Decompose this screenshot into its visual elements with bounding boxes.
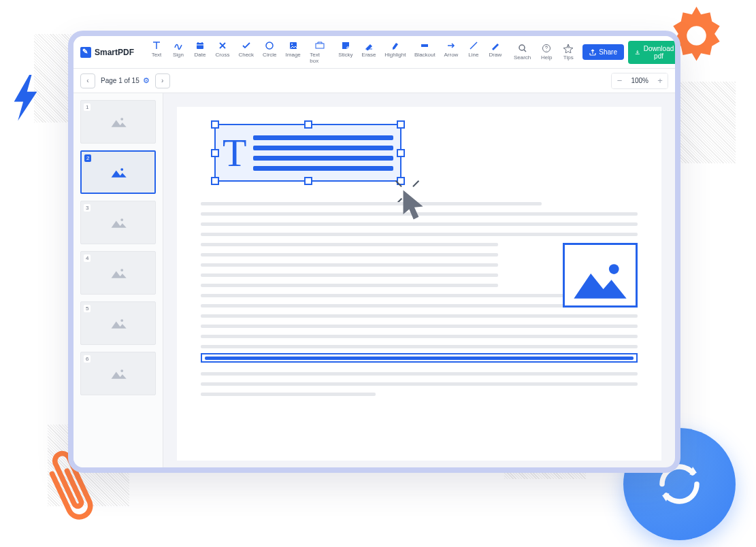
tool-highlight[interactable]: Highlight bbox=[381, 38, 410, 67]
tips-icon bbox=[563, 44, 573, 53]
svg-point-9 bbox=[120, 168, 123, 171]
draw-icon bbox=[491, 41, 500, 50]
text-icon bbox=[152, 41, 161, 50]
app-window: SmartPDF Text Sign Date Cross Check Circ… bbox=[68, 31, 680, 473]
app-name: SmartPDF bbox=[95, 48, 134, 57]
thumbnail-2[interactable]: 2 bbox=[80, 150, 156, 194]
zoom-out-button[interactable]: − bbox=[612, 73, 627, 88]
resize-handle[interactable] bbox=[304, 120, 312, 129]
thumbnail-5[interactable]: 5 bbox=[80, 301, 156, 345]
tool-textbox[interactable]: Text box bbox=[306, 38, 333, 67]
toolbar: SmartPDF Text Sign Date Cross Check Circ… bbox=[73, 36, 675, 69]
resize-handle[interactable] bbox=[211, 149, 219, 157]
svg-point-6 bbox=[519, 45, 525, 50]
svg-point-1 bbox=[266, 42, 273, 49]
thumb-image-icon bbox=[110, 367, 127, 380]
prev-page-button[interactable]: ‹ bbox=[80, 73, 95, 88]
thumbnail-4[interactable]: 4 bbox=[80, 251, 156, 295]
tool-arrow[interactable]: Arrow bbox=[440, 38, 462, 67]
page-document[interactable]: T bbox=[177, 107, 661, 461]
tool-sign[interactable]: Sign bbox=[168, 38, 188, 67]
share-button[interactable]: Share bbox=[582, 44, 624, 60]
thumb-image-icon bbox=[110, 266, 127, 280]
thumbnail-1[interactable]: 1 bbox=[80, 100, 156, 144]
check-icon bbox=[242, 41, 251, 50]
download-icon bbox=[635, 49, 640, 56]
line-icon bbox=[469, 41, 478, 50]
download-button[interactable]: Download pdf bbox=[628, 41, 680, 64]
page-thumbnails: 1 2 3 4 5 6 bbox=[73, 93, 163, 467]
selected-textbox[interactable]: T bbox=[214, 124, 401, 182]
svg-point-11 bbox=[120, 269, 123, 271]
tool-line[interactable]: Line bbox=[463, 38, 484, 67]
sign-icon bbox=[174, 41, 183, 50]
tool-cross[interactable]: Cross bbox=[212, 38, 233, 67]
zoom-in-button[interactable]: + bbox=[653, 73, 668, 88]
util-help[interactable]: Help bbox=[536, 41, 557, 63]
canvas[interactable]: T bbox=[163, 93, 675, 467]
selected-line[interactable] bbox=[201, 353, 638, 363]
tool-sticky[interactable]: Sticky bbox=[335, 38, 357, 67]
svg-point-12 bbox=[120, 319, 123, 322]
zoom-value: 100% bbox=[627, 77, 653, 84]
tool-erase[interactable]: Erase bbox=[358, 38, 380, 67]
date-icon bbox=[195, 41, 205, 50]
resize-handle[interactable] bbox=[211, 120, 219, 129]
cursor-icon bbox=[401, 188, 427, 219]
arrow-icon bbox=[446, 41, 456, 50]
tool-circle[interactable]: Circle bbox=[259, 38, 281, 67]
thumb-image-icon bbox=[110, 216, 127, 229]
next-page-button[interactable]: › bbox=[155, 73, 170, 88]
share-icon bbox=[589, 49, 596, 56]
tool-date[interactable]: Date bbox=[190, 38, 210, 67]
util-tips[interactable]: Tips bbox=[558, 41, 578, 63]
text-glyph: T bbox=[223, 133, 246, 173]
thumb-image-icon bbox=[110, 316, 127, 330]
body-text bbox=[201, 372, 638, 396]
thumb-image-icon bbox=[110, 115, 127, 129]
image-placeholder[interactable] bbox=[563, 243, 638, 308]
thumbnail-6[interactable]: 6 bbox=[80, 352, 156, 395]
tool-image[interactable]: Image bbox=[282, 38, 304, 67]
resize-handle[interactable] bbox=[211, 177, 219, 185]
textbox-icon bbox=[315, 41, 325, 50]
erase-icon bbox=[364, 41, 374, 50]
logo: SmartPDF bbox=[80, 47, 134, 58]
sub-toolbar: ‹ Page 1 of 15 ⚙ › − 100% + bbox=[73, 69, 675, 93]
help-icon bbox=[542, 44, 551, 53]
highlight-icon bbox=[391, 41, 400, 50]
resize-handle[interactable] bbox=[304, 177, 312, 185]
svg-rect-5 bbox=[421, 44, 428, 47]
tool-draw[interactable]: Draw bbox=[485, 38, 506, 67]
svg-point-14 bbox=[609, 264, 619, 274]
svg-point-8 bbox=[120, 118, 123, 120]
page-indicator: Page 1 of 15 ⚙ bbox=[101, 76, 150, 85]
zoom-control: − 100% + bbox=[611, 73, 668, 89]
util-search[interactable]: Search bbox=[510, 41, 535, 63]
image-icon bbox=[289, 41, 298, 50]
search-icon bbox=[518, 44, 527, 53]
circle-icon bbox=[265, 41, 274, 50]
sticky-icon bbox=[341, 41, 350, 50]
svg-point-10 bbox=[120, 218, 123, 221]
bolt-decoration bbox=[10, 75, 41, 116]
svg-point-3 bbox=[291, 44, 293, 45]
thumbnail-3[interactable]: 3 bbox=[80, 201, 156, 244]
svg-rect-4 bbox=[316, 44, 324, 48]
resize-handle[interactable] bbox=[397, 149, 405, 157]
blackout-icon bbox=[420, 41, 429, 50]
cross-icon bbox=[218, 41, 227, 50]
tool-check[interactable]: Check bbox=[235, 38, 258, 67]
tool-blackout[interactable]: Blackout bbox=[411, 38, 439, 67]
thumb-image-icon bbox=[110, 165, 127, 179]
resize-handle[interactable] bbox=[397, 120, 405, 129]
tool-text[interactable]: Text bbox=[146, 38, 167, 67]
logo-icon bbox=[80, 47, 91, 58]
page-settings-icon[interactable]: ⚙ bbox=[143, 76, 150, 85]
svg-point-13 bbox=[120, 369, 123, 372]
svg-rect-0 bbox=[197, 43, 203, 49]
